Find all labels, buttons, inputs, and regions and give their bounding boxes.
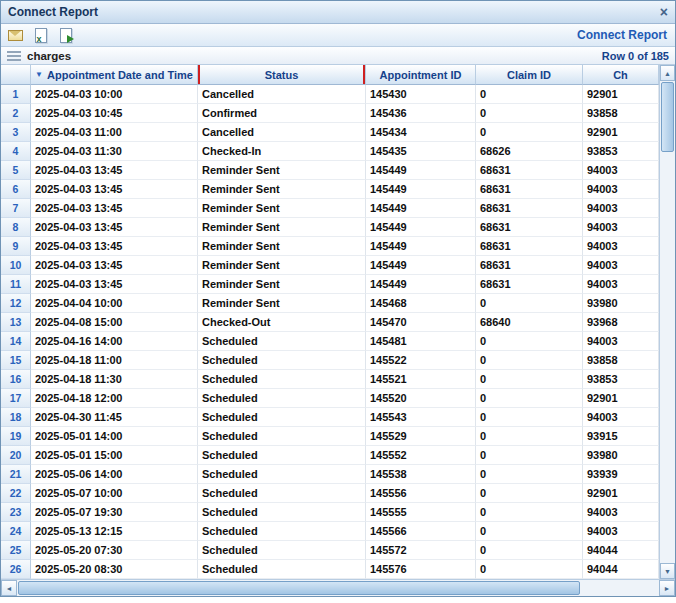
table-row[interactable]: 172025-04-18 12:00Scheduled145520092901	[1, 389, 659, 408]
cell-datetime: 2025-05-01 14:00	[31, 427, 198, 446]
cell-datetime: 2025-04-03 13:45	[31, 275, 198, 294]
cell-status: Reminder Sent	[198, 237, 366, 256]
header-appointment-date[interactable]: ▼ Appointment Date and Time	[31, 65, 198, 85]
row-number: 17	[1, 389, 31, 408]
cell-charge: 94003	[583, 237, 659, 256]
email-report-button[interactable]	[6, 26, 25, 44]
export-excel-button[interactable]: x	[31, 26, 50, 44]
table-row[interactable]: 82025-04-03 13:45Reminder Sent1454496863…	[1, 218, 659, 237]
table-row[interactable]: 202025-05-01 15:00Scheduled145552093980	[1, 446, 659, 465]
table-row[interactable]: 232025-05-07 19:30Scheduled145555094003	[1, 503, 659, 522]
table-row[interactable]: 122025-04-04 10:00Reminder Sent145468093…	[1, 294, 659, 313]
cell-status: Scheduled	[198, 332, 366, 351]
scroll-left-icon[interactable]: ◄	[1, 580, 17, 596]
list-icon[interactable]	[7, 51, 21, 61]
cell-charge: 94003	[583, 256, 659, 275]
scroll-up-icon[interactable]: ▲	[660, 65, 675, 81]
cell-claim-id: 0	[476, 389, 583, 408]
row-counter: Row 0 of 185	[602, 50, 669, 62]
export-file-button[interactable]	[56, 26, 75, 44]
row-number: 6	[1, 180, 31, 199]
table-row[interactable]: 262025-05-20 08:30Scheduled145576094044	[1, 560, 659, 579]
header-charge[interactable]: Ch	[583, 65, 659, 85]
vertical-scroll-track[interactable]	[660, 153, 675, 563]
table-row[interactable]: 22025-04-03 10:45Confirmed145436093858	[1, 104, 659, 123]
cell-status: Reminder Sent	[198, 218, 366, 237]
cell-datetime: 2025-04-18 12:00	[31, 389, 198, 408]
cell-charge: 94003	[583, 503, 659, 522]
table-row[interactable]: 92025-04-03 13:45Reminder Sent1454496863…	[1, 237, 659, 256]
table-row[interactable]: 102025-04-03 13:45Reminder Sent145449686…	[1, 256, 659, 275]
header-label: Status	[265, 69, 299, 81]
table-row[interactable]: 52025-04-03 13:45Reminder Sent1454496863…	[1, 161, 659, 180]
table-row[interactable]: 72025-04-03 13:45Reminder Sent1454496863…	[1, 199, 659, 218]
table-row[interactable]: 32025-04-03 11:00Cancelled145434092901	[1, 123, 659, 142]
cell-charge: 93858	[583, 351, 659, 370]
cell-claim-id: 0	[476, 123, 583, 142]
table-row[interactable]: 42025-04-03 11:30Checked-In1454356862693…	[1, 142, 659, 161]
cell-claim-id: 0	[476, 85, 583, 104]
row-number: 22	[1, 484, 31, 503]
horizontal-scrollbar[interactable]: ◄ ►	[1, 579, 675, 596]
cell-datetime: 2025-04-03 13:45	[31, 180, 198, 199]
cell-status: Checked-In	[198, 142, 366, 161]
cell-appointment-id: 145435	[366, 142, 476, 161]
header-claim-id[interactable]: Claim ID	[476, 65, 583, 85]
cell-claim-id: 0	[476, 541, 583, 560]
table-row[interactable]: 162025-04-18 11:30Scheduled145521093853	[1, 370, 659, 389]
cell-charge: 93853	[583, 142, 659, 161]
cell-claim-id: 0	[476, 503, 583, 522]
row-number: 10	[1, 256, 31, 275]
cell-appointment-id: 145449	[366, 256, 476, 275]
cell-claim-id: 0	[476, 522, 583, 541]
row-number: 20	[1, 446, 31, 465]
table-row[interactable]: 242025-05-13 12:15Scheduled145566094003	[1, 522, 659, 541]
vertical-scrollbar[interactable]: ▲ ▼	[659, 65, 675, 579]
cell-appointment-id: 145552	[366, 446, 476, 465]
table-row[interactable]: 252025-05-20 07:30Scheduled145572094044	[1, 541, 659, 560]
cell-appointment-id: 145556	[366, 484, 476, 503]
cell-datetime: 2025-04-03 13:45	[31, 256, 198, 275]
table-row[interactable]: 192025-05-01 14:00Scheduled145529093915	[1, 427, 659, 446]
cell-datetime: 2025-05-13 12:15	[31, 522, 198, 541]
header-appointment-id[interactable]: Appointment ID	[366, 65, 476, 85]
title-bar: Connect Report ×	[1, 1, 675, 24]
cell-status: Confirmed	[198, 104, 366, 123]
table-row[interactable]: 152025-04-18 11:00Scheduled145522093858	[1, 351, 659, 370]
cell-status: Reminder Sent	[198, 199, 366, 218]
table-row[interactable]: 142025-04-16 14:00Scheduled145481094003	[1, 332, 659, 351]
table-row[interactable]: 112025-04-03 13:45Reminder Sent145449686…	[1, 275, 659, 294]
close-icon[interactable]: ×	[660, 5, 668, 19]
cell-appointment-id: 145522	[366, 351, 476, 370]
header-row: ▼ Appointment Date and Time Status Appoi…	[1, 65, 659, 85]
cell-status: Reminder Sent	[198, 294, 366, 313]
cell-appointment-id: 145449	[366, 218, 476, 237]
cell-status: Reminder Sent	[198, 256, 366, 275]
scroll-down-icon[interactable]: ▼	[660, 563, 675, 579]
row-number: 4	[1, 142, 31, 161]
cell-charge: 94044	[583, 560, 659, 579]
scroll-right-icon[interactable]: ►	[659, 580, 675, 596]
cell-appointment-id: 145434	[366, 123, 476, 142]
cell-claim-id: 0	[476, 465, 583, 484]
table-row[interactable]: 212025-05-06 14:00Scheduled145538093939	[1, 465, 659, 484]
table-row[interactable]: 222025-05-07 10:00Scheduled145556092901	[1, 484, 659, 503]
cell-appointment-id: 145449	[366, 180, 476, 199]
table-row[interactable]: 132025-04-08 15:00Checked-Out14547068640…	[1, 313, 659, 332]
cell-claim-id: 0	[476, 332, 583, 351]
row-number: 23	[1, 503, 31, 522]
cell-datetime: 2025-04-16 14:00	[31, 332, 198, 351]
vertical-scroll-thumb[interactable]	[661, 82, 674, 152]
header-status[interactable]: Status	[198, 65, 366, 85]
horizontal-scroll-thumb[interactable]	[18, 581, 580, 595]
table-row[interactable]: 182025-04-30 11:45Scheduled145543094003	[1, 408, 659, 427]
cell-charge: 94003	[583, 218, 659, 237]
table-row[interactable]: 12025-04-03 10:00Cancelled145430092901	[1, 85, 659, 104]
cell-status: Reminder Sent	[198, 275, 366, 294]
cell-claim-id: 68631	[476, 218, 583, 237]
cell-appointment-id: 145449	[366, 161, 476, 180]
table-row[interactable]: 62025-04-03 13:45Reminder Sent1454496863…	[1, 180, 659, 199]
cell-appointment-id: 145436	[366, 104, 476, 123]
horizontal-scroll-track[interactable]	[581, 580, 659, 596]
cell-claim-id: 0	[476, 408, 583, 427]
